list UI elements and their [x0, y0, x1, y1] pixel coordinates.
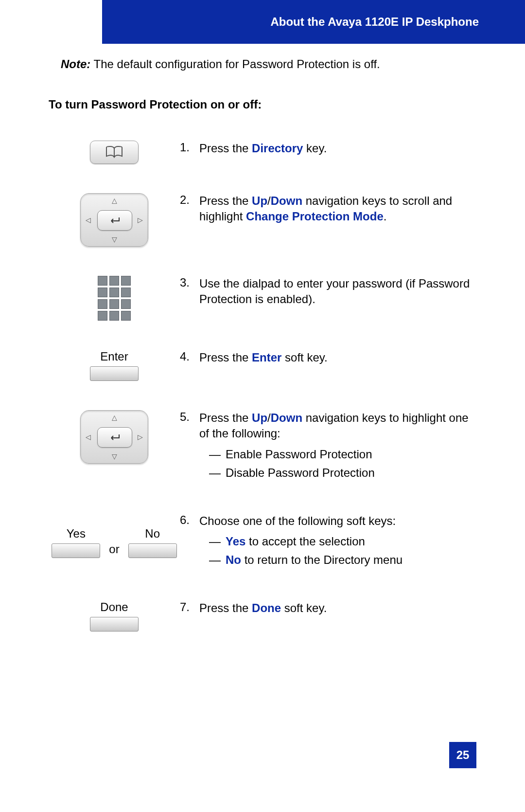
content-area: Note: The default configuration for Pass…	[49, 54, 476, 661]
header-bar: About the Avaya 1120E IP Deskphone	[102, 0, 525, 44]
option-yes: —Yes to accept the selection	[209, 534, 476, 549]
nav-down-icon: ▽	[112, 452, 117, 460]
text-frag: Press the	[199, 194, 252, 207]
softkey-button-icon	[52, 543, 100, 558]
keyword-done: Done	[252, 601, 281, 614]
text-frag: /	[267, 194, 271, 207]
nav-enter-icon	[97, 210, 132, 231]
softkey-no: No	[128, 527, 177, 558]
softkey-label: Yes	[67, 527, 86, 541]
step-number: 5.	[180, 410, 199, 424]
keyword-directory: Directory	[252, 142, 303, 155]
dash: —	[209, 447, 226, 462]
step-1: 1. Press the Directory key.	[49, 141, 476, 164]
nav-up-icon: △	[112, 197, 117, 204]
step-text: Press the Up/Down navigation keys to scr…	[199, 193, 476, 225]
softkey-enter: Enter	[90, 350, 139, 381]
nav-down-icon: ▽	[112, 235, 117, 243]
step-text: Use the dialpad to enter your password (…	[199, 276, 476, 307]
steps-list: 1. Press the Directory key. △ ▽ ◁ ▷ 2.	[49, 141, 476, 632]
option-text: Enable Password Protection	[226, 448, 372, 461]
step-3: 3. Use the dialpad to enter your passwor…	[49, 276, 476, 321]
keyword-down: Down	[271, 194, 302, 207]
nav-pad-icon: △ ▽ ◁ ▷	[80, 410, 148, 464]
nav-enter-icon	[97, 427, 132, 448]
text-frag: to accept the selection	[245, 535, 365, 548]
text-frag: .	[384, 210, 387, 223]
step-text: Choose one of the following soft keys: —…	[199, 513, 476, 571]
nav-pad-icon: △ ▽ ◁ ▷	[80, 193, 148, 247]
text-frag: Press the	[199, 411, 252, 424]
text-frag: Choose one of the following soft keys:	[199, 514, 396, 527]
step-number: 7.	[180, 600, 199, 614]
nav-up-icon: △	[112, 414, 117, 421]
softkey-done: Done	[90, 600, 139, 632]
text-frag: to return to the Directory menu	[241, 553, 402, 566]
step-text: Press the Up/Down navigation keys to hig…	[199, 410, 476, 484]
text-frag: soft key.	[281, 601, 327, 614]
step-text: Press the Directory key.	[199, 141, 476, 156]
option-no: —No to return to the Directory menu	[209, 552, 476, 568]
step-4: Enter 4. Press the Enter soft key.	[49, 350, 476, 381]
dash: —	[209, 552, 226, 568]
dash: —	[209, 465, 226, 481]
nav-right-icon: ▷	[138, 433, 143, 441]
softkey-label: No	[145, 527, 160, 541]
keyword-yes: Yes	[226, 535, 245, 548]
note-label: Note:	[61, 57, 90, 71]
step-number: 2.	[180, 193, 199, 207]
directory-key-icon	[90, 141, 139, 164]
step-number: 4.	[180, 350, 199, 363]
page-number: 25	[449, 742, 476, 768]
note-text: The default configuration for Password P…	[90, 57, 380, 71]
note-line: Note: The default configuration for Pass…	[61, 57, 476, 71]
dash: —	[209, 534, 226, 549]
text-frag: key.	[303, 142, 327, 155]
softkey-label: Done	[100, 600, 128, 614]
nav-left-icon: ◁	[86, 216, 91, 224]
softkey-button-icon	[128, 543, 177, 558]
softkey-button-icon	[90, 366, 139, 381]
step-text: Press the Enter soft key.	[199, 350, 476, 365]
yes-no-softkeys: Yes or No	[52, 527, 176, 558]
section-heading: To turn Password Protection on or off:	[49, 98, 476, 111]
step-text: Press the Done soft key.	[199, 600, 476, 616]
option-text: Disable Password Protection	[226, 466, 375, 479]
keyword-down: Down	[271, 411, 302, 424]
step-number: 3.	[180, 276, 199, 289]
keyword-enter: Enter	[252, 351, 281, 364]
keyword-no: No	[226, 553, 241, 566]
text-frag: Press the	[199, 351, 252, 364]
nav-right-icon: ▷	[138, 216, 143, 224]
step-6: Yes or No 6. Choose one of the following…	[49, 513, 476, 571]
nav-left-icon: ◁	[86, 433, 91, 441]
option-disable: —Disable Password Protection	[209, 465, 476, 481]
step-2: △ ▽ ◁ ▷ 2. Press the Up/Down navigation …	[49, 193, 476, 247]
softkey-button-icon	[90, 617, 139, 632]
keyword-up: Up	[252, 411, 267, 424]
step-7: Done 7. Press the Done soft key.	[49, 600, 476, 632]
text-frag: /	[267, 411, 271, 424]
step-number: 6.	[180, 513, 199, 527]
text-frag: soft key.	[281, 351, 327, 364]
softkey-yes: Yes	[52, 527, 100, 558]
or-text: or	[109, 542, 119, 558]
softkey-label: Enter	[100, 350, 128, 363]
step-number: 1.	[180, 141, 199, 154]
text-frag: Press the	[199, 142, 252, 155]
option-enable: —Enable Password Protection	[209, 447, 476, 462]
step-5: △ ▽ ◁ ▷ 5. Press the Up/Down navigation …	[49, 410, 476, 484]
text-frag: Press the	[199, 601, 252, 614]
keyword-up: Up	[252, 194, 267, 207]
dialpad-icon	[98, 276, 131, 321]
page-title: About the Avaya 1120E IP Deskphone	[270, 15, 479, 29]
keyword-change-protection-mode: Change Protection Mode	[246, 210, 384, 223]
